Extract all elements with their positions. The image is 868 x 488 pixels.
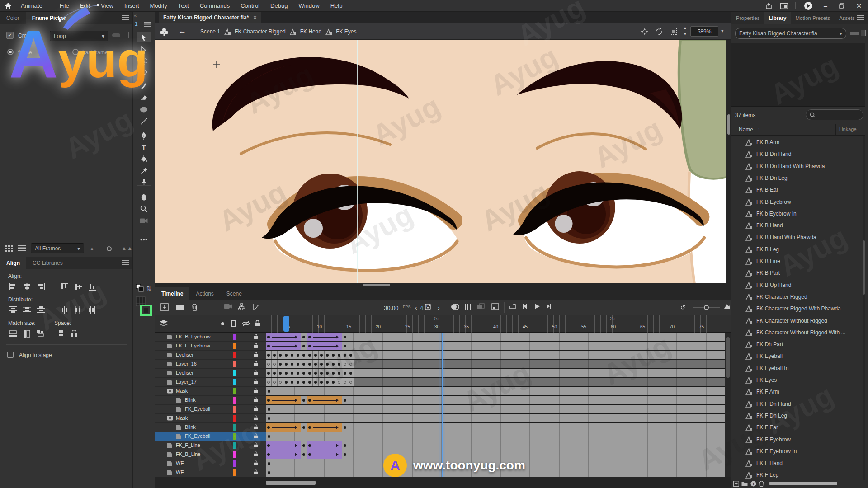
layer-color-swatch[interactable] bbox=[233, 370, 236, 376]
hide-all-icon[interactable] bbox=[242, 320, 250, 327]
menu-item-file[interactable]: File bbox=[54, 2, 75, 9]
current-frame-value[interactable]: 4 bbox=[420, 305, 423, 311]
distribute-left-edge[interactable] bbox=[59, 305, 70, 314]
layer-color-swatch[interactable] bbox=[233, 343, 236, 349]
tab-scene[interactable]: Scene bbox=[220, 287, 248, 300]
layer-color-swatch[interactable] bbox=[233, 460, 236, 467]
layer-color-swatch[interactable] bbox=[233, 379, 236, 385]
stage-vscrollbar[interactable] bbox=[726, 40, 731, 287]
frame-row-Layer_17[interactable] bbox=[266, 378, 725, 387]
layer-color-swatch[interactable] bbox=[233, 352, 236, 358]
collapse-panels-icon[interactable]: « bbox=[134, 13, 137, 18]
frame-row-Layer_16[interactable] bbox=[266, 360, 725, 369]
layer-lock-icon[interactable] bbox=[254, 406, 258, 412]
layer-row-Mask[interactable]: Mask bbox=[155, 414, 266, 423]
align-right-edge[interactable] bbox=[35, 282, 46, 291]
selection-tool-icon[interactable] bbox=[137, 32, 151, 42]
eyedropper-tool-icon[interactable] bbox=[137, 165, 151, 176]
layer-row-Blink[interactable]: Blink bbox=[155, 396, 266, 405]
layer-color-swatch[interactable] bbox=[233, 469, 236, 476]
frame-row-Blink[interactable] bbox=[266, 423, 725, 432]
menu-item-text[interactable]: Text bbox=[173, 2, 194, 9]
layer-lock-icon[interactable] bbox=[254, 379, 258, 385]
menu-item-insert[interactable]: Insert bbox=[119, 2, 145, 9]
library-item[interactable]: FK B Dn Hand bbox=[731, 148, 865, 160]
panel-menu-icon[interactable] bbox=[122, 15, 129, 20]
more-tools-icon[interactable] bbox=[137, 234, 151, 245]
menu-item-animate[interactable]: Animate bbox=[15, 2, 54, 9]
space-horizontally[interactable] bbox=[68, 329, 79, 338]
auto-keyframe-icon[interactable] bbox=[425, 303, 432, 310]
panel-menu-icon[interactable] bbox=[122, 260, 129, 265]
library-item[interactable]: FK F Hand bbox=[731, 457, 865, 469]
library-item[interactable]: FK B Hand bbox=[731, 220, 865, 231]
layer-color-swatch[interactable] bbox=[233, 442, 236, 449]
library-item[interactable]: FK Eyeball bbox=[731, 350, 865, 362]
frame-row-Mask[interactable] bbox=[266, 414, 725, 423]
fill-color-swatch[interactable] bbox=[140, 305, 152, 316]
layer-row-FK_Eyeball[interactable]: FK_Eyeball bbox=[155, 405, 266, 414]
thumb-large-icon[interactable]: ▲▲ bbox=[121, 245, 133, 252]
distribute-top-edge[interactable] bbox=[7, 305, 18, 314]
layer-color-swatch[interactable] bbox=[233, 433, 236, 440]
reset-timeline-zoom-icon[interactable]: ↻ bbox=[680, 304, 685, 311]
close-tab-icon[interactable]: × bbox=[253, 14, 256, 21]
library-item[interactable]: FK B Leg bbox=[731, 244, 865, 255]
library-item[interactable]: FK F Ear bbox=[731, 422, 865, 433]
menu-item-control[interactable]: Control bbox=[235, 2, 265, 9]
layer-color-swatch[interactable] bbox=[233, 451, 236, 458]
align-to-stage-checkbox[interactable] bbox=[7, 352, 14, 358]
frame-row-Mask[interactable] bbox=[266, 387, 725, 396]
layer-lock-icon[interactable] bbox=[254, 397, 258, 403]
breadcrumb-item[interactable]: FK Eyes bbox=[336, 28, 356, 35]
layer-row-FK_B_Eyebrow[interactable]: FK_B_Eyebrow bbox=[155, 333, 266, 342]
minimize-icon[interactable]: – bbox=[817, 0, 834, 11]
match-width-height[interactable] bbox=[35, 329, 46, 338]
layer-lock-icon[interactable] bbox=[254, 352, 258, 357]
pin-library-icon[interactable] bbox=[850, 32, 859, 35]
clip-content-icon[interactable] bbox=[670, 28, 677, 35]
timeline-vscrollbar[interactable] bbox=[725, 333, 731, 477]
asset-warp-tool-icon[interactable] bbox=[137, 177, 151, 188]
lasso-tool-icon[interactable] bbox=[137, 68, 151, 79]
tab-frame-picker[interactable]: Frame Picker bbox=[26, 12, 72, 24]
onion-skin-icon[interactable] bbox=[451, 303, 459, 310]
library-item[interactable]: FK Dh Part bbox=[731, 338, 865, 350]
delete-layer-icon[interactable] bbox=[191, 303, 198, 311]
prev-keyframe-icon[interactable]: ‹ bbox=[415, 304, 417, 311]
frame-row-FK_Eyeball[interactable] bbox=[266, 405, 725, 414]
menu-item-debug[interactable]: Debug bbox=[265, 2, 293, 9]
tab-actions[interactable]: Actions bbox=[189, 287, 220, 300]
align-vertical-center[interactable] bbox=[73, 282, 84, 291]
close-icon[interactable]: ✕ bbox=[850, 0, 868, 11]
workspace-icon[interactable] bbox=[776, 0, 792, 11]
swap-colors-icon[interactable]: ⇄ bbox=[146, 286, 153, 291]
library-item[interactable]: FK Eyes bbox=[731, 374, 865, 386]
layer-color-swatch[interactable] bbox=[233, 361, 236, 367]
layer-lock-icon[interactable] bbox=[254, 442, 258, 448]
space-vertically[interactable] bbox=[54, 329, 65, 338]
layer-color-swatch[interactable] bbox=[233, 424, 236, 431]
restore-icon[interactable] bbox=[834, 0, 850, 11]
zoom-tool-icon[interactable] bbox=[137, 203, 151, 214]
onion-skin-outline-icon[interactable] bbox=[464, 303, 472, 310]
library-item[interactable]: FK F Eyebrow bbox=[731, 434, 865, 446]
layer-lock-icon[interactable] bbox=[254, 361, 258, 366]
zoom-dropdown-icon[interactable]: ▾ bbox=[721, 28, 724, 34]
menu-item-window[interactable]: Window bbox=[293, 2, 325, 9]
subselection-tool-icon[interactable] bbox=[137, 44, 151, 55]
layer-row-FK_F_Line[interactable]: FK_F_Line bbox=[155, 441, 266, 450]
text-tool-icon[interactable]: T bbox=[137, 142, 151, 153]
menu-item-view[interactable]: View bbox=[95, 2, 119, 9]
list-view-icon[interactable] bbox=[18, 245, 26, 251]
layer-lock-icon[interactable] bbox=[254, 388, 258, 394]
library-item[interactable]: FK B Up Hand bbox=[731, 279, 865, 291]
loop-dropdown[interactable]: Loop▾ bbox=[50, 31, 108, 41]
layer-lock-icon[interactable] bbox=[254, 469, 258, 475]
back-arrow-icon[interactable]: ← bbox=[179, 27, 186, 36]
stage-canvas[interactable] bbox=[155, 40, 731, 287]
tab-cc-libraries[interactable]: CC Libraries bbox=[26, 257, 69, 269]
library-item[interactable]: FK b Eyebrow In bbox=[731, 208, 865, 220]
layer-lock-icon[interactable] bbox=[254, 415, 258, 421]
panel-menu-icon[interactable] bbox=[857, 15, 864, 20]
